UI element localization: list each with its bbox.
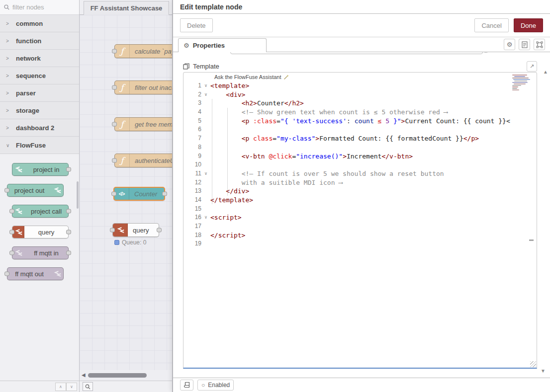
minimap[interactable] — [512, 75, 530, 99]
delete-button[interactable]: Delete — [180, 18, 213, 32]
fold-chevron-icon[interactable]: ∨ — [201, 169, 210, 178]
code-line[interactable]: 8 — [183, 143, 537, 152]
code-line[interactable]: 13 </div> — [183, 187, 537, 196]
code-line[interactable]: 1∨<template> — [183, 81, 537, 90]
flow-node-Counter[interactable]: </>Counter — [113, 187, 165, 201]
code-token: = — [276, 117, 280, 125]
collapse-all-button[interactable]: ∧ — [55, 383, 66, 391]
scroll-left-icon[interactable]: ◀ — [82, 372, 86, 378]
code-line[interactable]: 5 <p :class="{ 'text-success': count ≤ 5… — [183, 117, 537, 126]
node-info-button[interactable] — [180, 380, 193, 391]
node-port-left[interactable] — [9, 230, 14, 235]
done-button[interactable]: Done — [514, 18, 543, 32]
workspace: FF Assistant Showcase ƒcalculate `payƒfi… — [80, 0, 172, 392]
palette-scrollbar[interactable] — [77, 181, 79, 209]
form-scroll-down-icon[interactable]: ▼ — [541, 368, 546, 374]
node-port-left[interactable] — [112, 158, 117, 163]
zoom-search-button[interactable] — [83, 382, 93, 391]
flow-node-filter-out-inacti[interactable]: ƒfilter out inacti — [114, 80, 172, 94]
fold-chevron-icon[interactable]: ∨ — [201, 81, 210, 90]
assistant-hint[interactable]: Ask the FlowFuse Assistant — [214, 74, 289, 80]
flow-node-get-free-memo[interactable]: ƒget free memo — [114, 117, 172, 131]
node-port-left[interactable] — [4, 272, 9, 276]
code-line[interactable]: 16∨<script> — [183, 213, 537, 222]
palette-category-network[interactable]: >network — [0, 50, 79, 67]
node-port-left[interactable] — [112, 85, 117, 90]
code-line[interactable]: 4 <!— Show green text when count is ≤ 5 … — [183, 108, 537, 117]
expand-all-button[interactable]: ∨ — [66, 383, 77, 391]
node-port-right[interactable] — [66, 167, 71, 172]
line-number: 5 — [183, 117, 201, 126]
workspace-hscrollbar: ◀ — [80, 371, 172, 380]
flow-tab[interactable]: FF Assistant Showcase — [84, 1, 169, 15]
editor-resize-handle[interactable] — [530, 361, 536, 367]
flow-node-calculate-pay[interactable]: ƒcalculate `pay — [114, 44, 172, 58]
palette-category-function[interactable]: >function — [0, 32, 79, 50]
fold-chevron-icon[interactable]: ∨ — [201, 213, 210, 222]
palette-node-project-call[interactable]: project call — [12, 205, 69, 218]
code-line[interactable]: 6 — [183, 125, 537, 134]
template-code-editor[interactable]: Ask the FlowFuse Assistant 1∨<template>2… — [183, 72, 537, 369]
node-port-right[interactable] — [66, 209, 71, 214]
code-token — [374, 117, 378, 125]
node-settings-button[interactable]: ⚙ — [504, 39, 515, 50]
palette-node-query[interactable]: query — [12, 226, 69, 238]
expand-editor-button[interactable]: ↗ — [527, 61, 537, 72]
code-content: <v-btn @click="increase()">Increment</v-… — [210, 152, 413, 161]
flow-canvas[interactable]: ƒcalculate `payƒfilter out inactiƒget fr… — [80, 15, 172, 370]
node-icon: ƒ — [115, 81, 130, 94]
enabled-toggle-button[interactable]: ○ Enabled — [197, 380, 234, 391]
code-line[interactable]: 11∨ <!— If count is over 5 we should sho… — [183, 169, 537, 178]
code-token — [249, 135, 253, 142]
node-port-right[interactable] — [157, 228, 162, 233]
tab-properties[interactable]: ⚙ Properties — [178, 38, 267, 52]
hscroll-thumb[interactable] — [88, 373, 147, 378]
node-port-left[interactable] — [4, 188, 9, 193]
flow-tab-label: FF Assistant Showcase — [91, 4, 163, 12]
palette-search-input[interactable]: filter nodes — [0, 0, 79, 15]
palette-node-label: ff mqtt in — [24, 249, 68, 257]
palette-node-ff-mqtt-out[interactable]: ff mqtt out — [7, 267, 64, 280]
code-line[interactable]: 12 with a suitible MDI icon ⟶ — [183, 178, 537, 187]
palette-category-sequence[interactable]: >sequence — [0, 67, 79, 84]
palette-node-project-out[interactable]: project out — [7, 184, 64, 197]
code-token: </h2> — [284, 99, 304, 107]
code-line[interactable]: 10 — [183, 160, 537, 169]
fold-chevron-icon[interactable]: ∨ — [201, 90, 210, 99]
form-scroll-up-icon[interactable]: ▲ — [543, 69, 548, 75]
palette-category-dashboard-2[interactable]: >dashboard 2 — [0, 119, 79, 137]
code-token: :class — [253, 117, 276, 125]
code-line[interactable]: 3 <h2>Counter</h2> — [183, 99, 537, 108]
description-button[interactable] — [519, 39, 530, 50]
node-port-left[interactable] — [112, 49, 117, 54]
flow-node-authenticateU[interactable]: ƒauthenticateU — [114, 154, 172, 167]
cancel-button[interactable]: Cancel — [474, 18, 508, 32]
node-icon: </> — [114, 188, 129, 200]
palette-category-parser[interactable]: >parser — [0, 84, 79, 102]
code-line[interactable]: 15 — [183, 205, 537, 214]
node-port-left[interactable] — [111, 192, 116, 196]
node-port-left[interactable] — [9, 251, 14, 255]
node-port-left[interactable] — [9, 209, 14, 214]
palette-node-project-in[interactable]: project in — [12, 163, 69, 176]
code-line[interactable]: 7 <p class="my-class">Formatted Count: {… — [183, 134, 537, 143]
node-icon — [51, 184, 63, 196]
node-port-left[interactable] — [110, 228, 115, 233]
code-line[interactable]: 2∨ <div> — [183, 90, 537, 99]
palette-category-FlowFuse[interactable]: ∨FlowFuse — [0, 137, 79, 154]
palette-category-common[interactable]: >common — [0, 15, 79, 32]
code-line[interactable]: 18</script> — [183, 231, 537, 240]
node-port-right[interactable] — [162, 192, 167, 196]
node-port-right[interactable] — [66, 230, 71, 235]
palette-node-ff-mqtt-in[interactable]: ff mqtt in — [12, 246, 69, 259]
code-line[interactable]: 9 <v-btn @click="increase()">Increment</… — [183, 152, 537, 161]
palette-category-storage[interactable]: >storage — [0, 102, 79, 119]
node-port-left[interactable] — [112, 122, 117, 127]
code-line[interactable]: 14</template> — [183, 196, 537, 205]
code-line[interactable]: 17 — [183, 222, 537, 231]
status-text: Queue: 0 — [122, 239, 146, 246]
code-line[interactable]: 19 — [183, 239, 537, 248]
flow-node-query[interactable]: query — [112, 223, 159, 237]
appearance-button[interactable] — [534, 39, 545, 50]
node-port-right[interactable] — [66, 251, 71, 255]
